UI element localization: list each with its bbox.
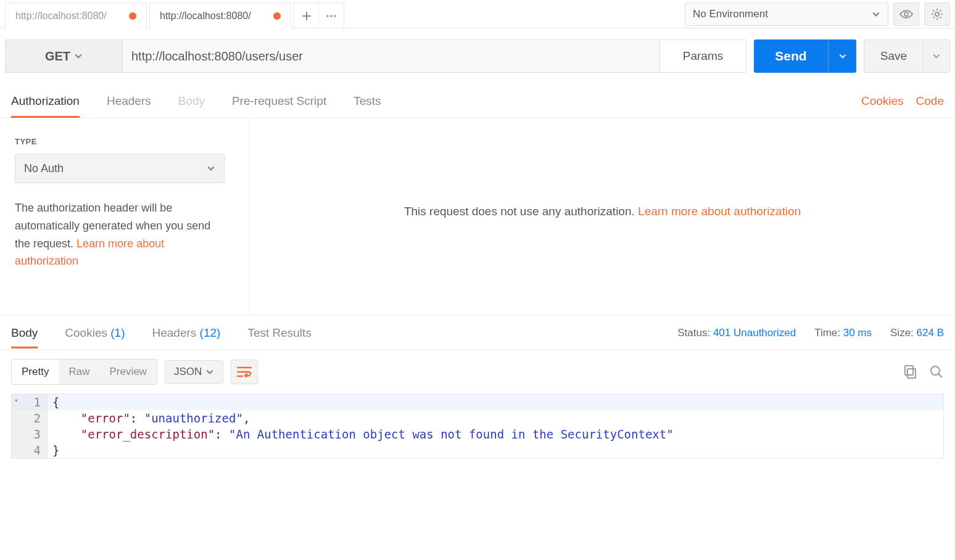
search-icon xyxy=(929,364,944,379)
view-mode-segment: Pretty Raw Preview xyxy=(11,359,157,385)
search-button[interactable] xyxy=(929,364,944,379)
svg-point-3 xyxy=(904,12,908,16)
tab-tests[interactable]: Tests xyxy=(353,94,381,108)
environment-label: No Environment xyxy=(693,8,768,20)
tab-prerequest[interactable]: Pre-request Script xyxy=(232,94,326,108)
copy-icon xyxy=(903,364,918,379)
svg-rect-6 xyxy=(905,366,913,375)
time-value: 30 ms xyxy=(843,327,872,339)
svg-point-1 xyxy=(330,15,333,17)
status-value: 401 Unauthorized xyxy=(713,327,796,339)
url-input[interactable]: http://localhost:8080/users/user xyxy=(122,39,660,73)
eye-icon xyxy=(899,10,913,19)
response-body-viewer[interactable]: ▾1 { 2 "error": "unauthorized", 3 "error… xyxy=(11,393,944,459)
chevron-down-icon xyxy=(74,52,83,60)
code-link[interactable]: Code xyxy=(916,94,944,108)
auth-type-select[interactable]: No Auth xyxy=(15,154,225,183)
settings-button[interactable] xyxy=(924,2,950,26)
tab-body[interactable]: Body xyxy=(178,94,205,108)
tab-authorization[interactable]: Authorization xyxy=(11,94,80,108)
svg-point-4 xyxy=(935,12,939,16)
view-raw[interactable]: Raw xyxy=(59,360,99,384)
auth-description: The authorization header will be automat… xyxy=(15,199,225,270)
format-select[interactable]: JSON xyxy=(165,360,223,384)
resp-tab-headers[interactable]: Headers (12) xyxy=(152,326,220,340)
method-select[interactable]: GET xyxy=(5,39,122,73)
svg-point-2 xyxy=(334,15,336,17)
auth-type-value: No Auth xyxy=(24,162,64,175)
cookies-link[interactable]: Cookies xyxy=(861,94,904,108)
line-wrap-icon xyxy=(237,366,252,377)
new-tab-button[interactable] xyxy=(294,3,319,28)
tab-label: http://localhost:8080/ xyxy=(160,10,251,22)
time-label: Time: 30 ms xyxy=(814,327,872,339)
learn-more-link[interactable]: Learn more about authorization xyxy=(638,205,801,218)
resp-tab-body[interactable]: Body xyxy=(11,326,38,340)
view-preview[interactable]: Preview xyxy=(99,360,156,384)
copy-button[interactable] xyxy=(903,364,918,379)
svg-point-7 xyxy=(931,366,940,375)
tab-label: http://localhost:8080/ xyxy=(15,10,107,22)
chevron-down-icon xyxy=(872,10,880,19)
auth-empty-message: This request does not use any authorizat… xyxy=(250,118,955,315)
fold-toggle-icon[interactable]: ▾ xyxy=(14,397,19,405)
unsaved-indicator-icon xyxy=(273,12,281,20)
environment-select[interactable]: No Environment xyxy=(685,2,888,26)
url-value: http://localhost:8080/users/user xyxy=(131,49,303,64)
tab-headers[interactable]: Headers xyxy=(107,94,151,108)
status-label: Status: 401 Unauthorized xyxy=(677,327,796,339)
tab-menu-button[interactable] xyxy=(319,3,344,28)
size-value: 624 B xyxy=(917,327,944,339)
auth-type-label: TYPE xyxy=(15,137,234,146)
save-dropdown[interactable] xyxy=(923,39,950,73)
line-wrap-button[interactable] xyxy=(231,360,258,384)
request-tab[interactable]: http://localhost:8080/ xyxy=(5,2,147,28)
svg-point-0 xyxy=(326,15,329,17)
environment-quicklook-button[interactable] xyxy=(893,2,919,26)
svg-rect-5 xyxy=(907,369,916,378)
chevron-down-icon xyxy=(838,52,847,60)
send-dropdown[interactable] xyxy=(828,39,856,73)
ellipsis-icon xyxy=(326,14,337,18)
view-pretty[interactable]: Pretty xyxy=(12,360,59,384)
size-label: Size: 624 B xyxy=(890,327,944,339)
chevron-down-icon xyxy=(932,52,941,60)
params-button[interactable]: Params xyxy=(660,39,746,73)
gear-icon xyxy=(931,8,943,20)
send-button[interactable]: Send xyxy=(754,39,828,73)
resp-tab-cookies[interactable]: Cookies (1) xyxy=(65,326,125,340)
chevron-down-icon xyxy=(207,164,215,173)
plus-icon xyxy=(302,12,311,20)
method-label: GET xyxy=(45,49,70,64)
resp-tab-tests[interactable]: Test Results xyxy=(247,326,311,340)
save-button[interactable]: Save xyxy=(864,39,923,73)
chevron-down-icon xyxy=(205,368,214,376)
request-tab[interactable]: http://localhost:8080/ xyxy=(149,2,291,28)
unsaved-indicator-icon xyxy=(129,12,136,20)
